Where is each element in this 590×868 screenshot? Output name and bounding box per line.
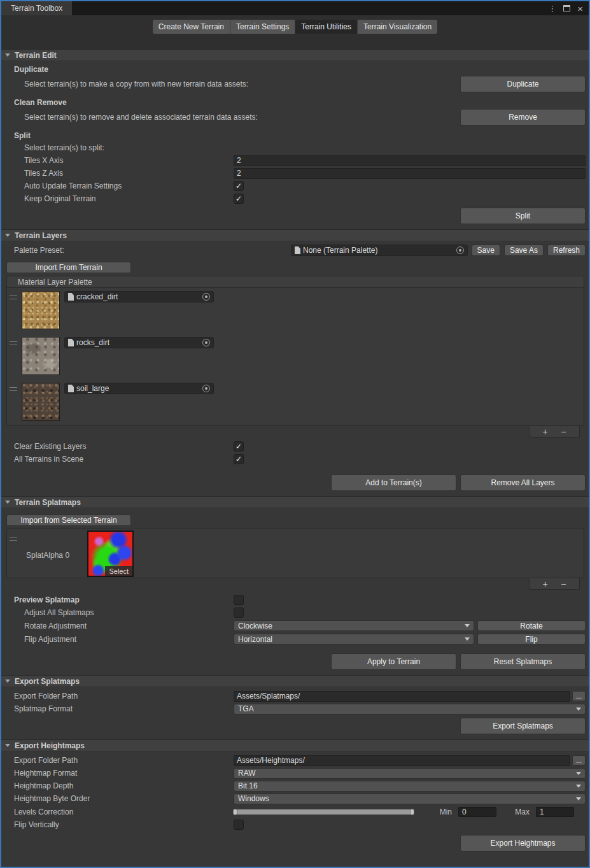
list-header: Material Layer Palette xyxy=(7,276,584,288)
import-from-terrain-button[interactable]: Import From Terrain xyxy=(6,262,131,273)
layer-thumbnail-rocks-dirt[interactable] xyxy=(22,337,60,375)
split-button[interactable]: Split xyxy=(460,208,586,224)
add-to-terrain-button[interactable]: Add to Terrain(s) xyxy=(331,474,456,491)
tab-create-new-terrain[interactable]: Create New Terrain xyxy=(153,20,230,34)
save-as-button[interactable]: Save As xyxy=(504,245,544,256)
splatmap-format-dropdown[interactable]: TGA xyxy=(234,704,586,715)
tab-label: Terrain Settings xyxy=(236,22,289,31)
browse-folder-button[interactable]: ... xyxy=(572,755,586,765)
palette-preset-value: None (Terrain Palette) xyxy=(303,246,377,255)
object-picker-icon[interactable] xyxy=(202,339,210,346)
section-terrain-splatmaps-header[interactable]: Terrain Splatmaps xyxy=(1,496,589,508)
remove-button[interactable]: Remove xyxy=(460,109,586,125)
rotate-button[interactable]: Rotate xyxy=(477,620,586,631)
layer-thumbnail-cracked-dirt[interactable] xyxy=(22,291,60,329)
close-icon[interactable]: × xyxy=(577,4,583,13)
layer-row: soil_large xyxy=(7,380,584,425)
add-splatmap-button[interactable]: + xyxy=(543,580,548,588)
keep-original-checkbox[interactable] xyxy=(234,194,244,204)
rotate-direction-dropdown[interactable]: Clockwise xyxy=(234,620,474,631)
tab-terrain-settings[interactable]: Terrain Settings xyxy=(230,20,295,34)
reset-splatmaps-button[interactable]: Reset Splatmaps xyxy=(460,653,586,670)
palette-preset-label: Palette Preset: xyxy=(14,246,291,255)
flip-vertically-checkbox[interactable] xyxy=(234,820,244,830)
hm-byte-order-dropdown[interactable]: Windows xyxy=(234,793,586,804)
hm-byte-order-label: Heightmap Byte Order xyxy=(14,794,234,803)
drag-handle-icon[interactable] xyxy=(10,387,17,391)
flip-button[interactable]: Flip xyxy=(477,634,586,644)
object-picker-icon[interactable] xyxy=(456,246,464,254)
tiles-z-label: Tiles Z Axis xyxy=(14,169,234,178)
select-button[interactable]: Select xyxy=(105,566,132,576)
object-picker-icon[interactable] xyxy=(202,293,210,301)
section-terrain-layers-header[interactable]: Terrain Layers xyxy=(1,229,589,241)
hm-byte-order-row: Heightmap Byte Order Windows xyxy=(1,792,589,805)
drag-handle-icon[interactable] xyxy=(10,537,17,541)
layer-thumbnail-soil-large[interactable] xyxy=(22,383,60,421)
layer-object-field[interactable]: rocks_dirt xyxy=(64,337,214,348)
clear-existing-checkbox[interactable] xyxy=(234,441,244,452)
hm-format-value: RAW xyxy=(238,769,256,778)
drag-handle-icon[interactable] xyxy=(10,341,17,345)
splatmap-list-footer: + − xyxy=(1,578,589,590)
flip-direction-dropdown[interactable]: Horizontal xyxy=(234,634,474,644)
titlebar-spacer xyxy=(72,1,548,15)
export-heightmaps-button[interactable]: Export Heightmaps xyxy=(460,835,586,851)
apply-to-terrain-button[interactable]: Apply to Terrain xyxy=(331,653,456,670)
rotate-direction-value: Clockwise xyxy=(238,622,272,630)
object-picker-icon[interactable] xyxy=(202,385,210,392)
hm-byte-order-value: Windows xyxy=(238,794,269,803)
preview-splatmap-checkbox[interactable] xyxy=(234,595,244,605)
add-layer-button[interactable]: + xyxy=(543,427,548,436)
hm-depth-label: Heightmap Depth xyxy=(14,781,234,790)
browse-folder-button[interactable]: ... xyxy=(572,691,586,701)
export-folder-input[interactable]: Assets/Splatmaps/ xyxy=(234,691,570,702)
window-tab[interactable]: Terrain Toolbox xyxy=(1,1,72,15)
section-export-splatmaps-header[interactable]: Export Splatmaps xyxy=(1,675,589,687)
chevron-down-icon xyxy=(576,785,581,788)
foldout-arrow-icon xyxy=(5,53,10,57)
drag-handle-icon[interactable] xyxy=(10,295,17,299)
tiles-x-row: Tiles X Axis 2 xyxy=(1,154,589,167)
export-splatmaps-button[interactable]: Export Splatmaps xyxy=(460,718,586,734)
section-terrain-edit-header[interactable]: Terrain Edit xyxy=(1,49,589,61)
all-terrains-checkbox[interactable] xyxy=(234,454,244,464)
splatmap-thumbnail[interactable]: Select xyxy=(87,530,134,577)
clear-existing-row: Clear Existing Layers xyxy=(1,440,589,453)
palette-preset-object-field[interactable]: None (Terrain Palette) xyxy=(291,245,468,256)
save-button[interactable]: Save xyxy=(472,245,500,256)
asset-file-icon xyxy=(68,385,74,392)
maximize-icon[interactable] xyxy=(563,5,570,11)
tiles-z-input[interactable]: 2 xyxy=(234,168,586,179)
tab-terrain-visualization[interactable]: Terrain Visualization xyxy=(358,20,437,34)
section-export-heightmaps-header[interactable]: Export Heightmaps xyxy=(1,739,589,751)
chevron-down-icon xyxy=(576,772,581,775)
section-title: Export Splatmaps xyxy=(15,677,80,686)
foldout-arrow-icon xyxy=(5,501,10,504)
min-input[interactable]: 0 xyxy=(458,807,496,817)
slider-max-handle[interactable] xyxy=(410,809,414,815)
levels-minmax-slider[interactable] xyxy=(234,809,414,815)
tab-terrain-utilities[interactable]: Terrain Utilities xyxy=(295,20,358,34)
hm-depth-dropdown[interactable]: Bit 16 xyxy=(234,781,586,792)
remove-all-layers-button[interactable]: Remove All Layers xyxy=(460,474,586,491)
max-input[interactable]: 1 xyxy=(536,807,574,817)
kebab-menu-icon[interactable]: ⋮ xyxy=(548,4,556,13)
hm-format-dropdown[interactable]: RAW xyxy=(234,768,586,779)
hm-export-folder-input[interactable]: Assets/Heightmaps/ xyxy=(234,755,570,766)
import-from-selected-terrain-button[interactable]: Import from Selected Terrain xyxy=(6,515,131,526)
remove-layer-button[interactable]: − xyxy=(561,427,566,436)
slider-min-handle[interactable] xyxy=(233,809,237,815)
split-description: Select terrain(s) to split: xyxy=(1,141,589,154)
layer-object-field[interactable]: cracked_dirt xyxy=(64,291,214,302)
tiles-x-label: Tiles X Axis xyxy=(14,156,234,165)
section-terrain-edit-body: Duplicate Select terrain(s) to make a co… xyxy=(1,61,589,229)
refresh-button[interactable]: Refresh xyxy=(547,245,586,256)
remove-splatmap-button[interactable]: − xyxy=(561,580,566,588)
adjust-all-checkbox[interactable] xyxy=(234,608,244,618)
duplicate-button[interactable]: Duplicate xyxy=(460,76,586,92)
auto-update-checkbox[interactable] xyxy=(234,181,244,191)
tiles-x-input[interactable]: 2 xyxy=(234,155,586,166)
layer-object-field[interactable]: soil_large xyxy=(64,383,214,394)
levels-correction-row: Levels Correction Min 0 Max 1 xyxy=(1,805,589,818)
